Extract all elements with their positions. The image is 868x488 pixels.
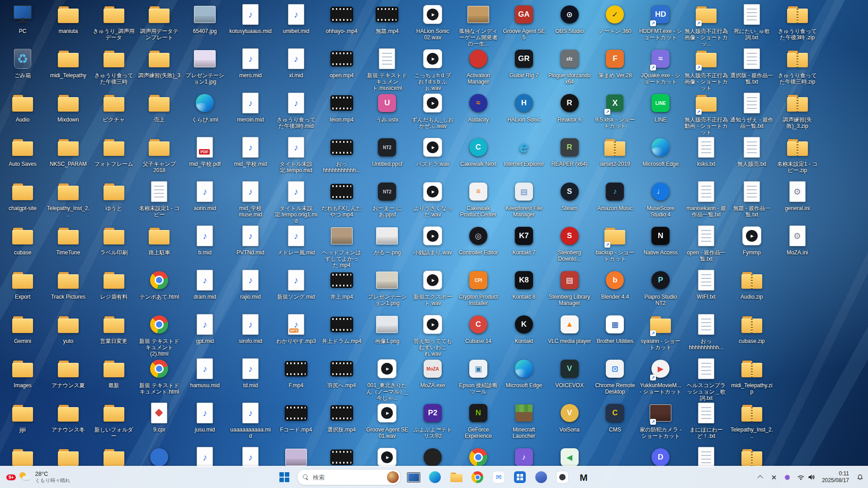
desktop-icon[interactable]: ►こっちょh d ヺ お f d s b ふぉ.wav	[410, 44, 455, 88]
desktop-icon[interactable]: ►001_東北きりたん（ノーマル）_今じゃ...	[364, 354, 410, 398]
desktop-icon[interactable]: アナウンス冬	[46, 399, 91, 442]
desktop-icon[interactable]: ►Groove Agent SE 01.wav	[364, 399, 410, 442]
desktop-icon[interactable]: open.mp4	[319, 44, 364, 88]
tray-close-icon[interactable]	[768, 468, 780, 486]
taskbar-mail-icon[interactable]: ✉	[490, 468, 508, 486]
desktop-icon[interactable]: 9.cpr	[137, 399, 182, 442]
desktop-icon[interactable]: K8Kontakt 8	[501, 266, 547, 309]
desktop-icon[interactable]: ⊙OBS Studio	[547, 0, 592, 43]
desktop-icon[interactable]: Telepathy_Inst_2...	[729, 399, 774, 442]
desktop-icon[interactable]: Audio	[0, 89, 45, 132]
desktop-icon[interactable]: VVOICEVOX	[547, 354, 592, 398]
desktop-icon[interactable]: ▤Keepforest File Manager	[501, 177, 547, 221]
desktop-icon[interactable]: ↗無人販売不正行為画像 - ショートカット	[684, 44, 729, 88]
taskbar-device-icon[interactable]	[405, 468, 423, 486]
desktop-icon[interactable]: ►ずんだもん_しおかぜふ.wav	[410, 89, 455, 132]
desktop-icon[interactable]: きゅうり_調声用データ	[91, 0, 137, 43]
desktop-icon[interactable]: ♪きゅうり食ってた午後3時.mid	[274, 89, 319, 132]
desktop-icon[interactable]: ♪MP3わかりやす.mp3	[274, 310, 319, 353]
desktop-icon[interactable]: ↗無人販売不正行為画像 - ショートカッ...	[684, 0, 729, 43]
desktop-icon[interactable]: おっhhhhhhhhhh...	[684, 310, 729, 353]
desktop-icon[interactable]: K7Kontakt 7	[501, 221, 547, 265]
desktop-icon[interactable]: RREAPER (x64)	[547, 133, 592, 176]
desktop-icon[interactable]: cubase	[0, 221, 45, 265]
tray-chevron-up-icon[interactable]	[754, 468, 767, 486]
start-button[interactable]	[275, 468, 293, 486]
desktop-icon[interactable]: Track Pictures	[46, 266, 91, 309]
desktop-icon[interactable]: くらび.xml	[182, 89, 227, 132]
desktop-icon[interactable]: 65407.jpg	[182, 0, 227, 43]
desktop-icon[interactable]: GRGuitar Rig 7	[501, 44, 547, 88]
desktop-icon[interactable]: chatgpt-site	[0, 177, 45, 221]
desktop-icon[interactable]: Minecraft Launcher	[501, 399, 547, 442]
desktop-icon[interactable]: X↗9.5.xlsx - ショートカット	[592, 89, 637, 132]
desktop-icon[interactable]: 選択版 - 親作品一覧.txt	[729, 44, 774, 88]
desktop-icon[interactable]: HD↗HDDFMT.exe - ショートカット	[638, 0, 683, 43]
desktop-icon[interactable]: CPICrypton Product Installer	[456, 266, 501, 309]
desktop-icon[interactable]: きゅうり食ってた午後3時 .zip	[775, 0, 820, 43]
desktop-icon[interactable]: ▲VLC media player	[547, 310, 592, 353]
desktop-icon[interactable]: おっhhhhhhhhhhh...	[319, 133, 364, 176]
desktop-icon[interactable]: Export	[0, 266, 45, 309]
desktop-icon[interactable]: Mixdown	[46, 89, 91, 132]
desktop-icon[interactable]: かるー.png	[364, 221, 410, 265]
desktop-icon[interactable]: Images	[0, 354, 45, 398]
desktop-icon[interactable]: MoZAMoZA.exe	[410, 354, 455, 398]
desktop-icon[interactable]: 売上	[137, 89, 182, 132]
desktop-icon[interactable]: airset2-2019	[592, 133, 637, 176]
desktop-icon[interactable]: HHALion Sonic	[501, 89, 547, 132]
taskbar-discord-icon[interactable]	[553, 468, 571, 486]
desktop-icon[interactable]: ♪PVTNd.mid	[228, 221, 273, 265]
desktop-icon[interactable]: Telepathy_Inst_2...	[46, 177, 91, 221]
desktop-icon[interactable]: きゅうり食ってた午後三時.zip	[775, 44, 820, 88]
desktop-icon[interactable]: VVoiSona	[547, 399, 592, 442]
desktop-icon[interactable]: ♪gpt.mid	[182, 310, 227, 353]
desktop-icon[interactable]: 父子キャンプ2018	[137, 133, 182, 176]
desktop-icon[interactable]: midi_Telepathy	[46, 44, 91, 88]
desktop-icon[interactable]: 無題 - 親作品一覧.txt	[729, 177, 774, 221]
desktop-icon[interactable]: manisekarin - 親作品一覧.txt	[684, 177, 729, 221]
desktop-icon[interactable]: ohhayo-.mp4	[319, 0, 364, 43]
desktop-icon[interactable]: 名称未設定1 - コピー.zip	[775, 133, 820, 176]
desktop-icon[interactable]: Microsoft Edge	[638, 133, 683, 176]
desktop-icon[interactable]: Fコード.mp4	[274, 399, 319, 442]
desktop-icon[interactable]: P2ぷよぷよ™テトリス®2	[410, 399, 455, 442]
desktop-icon[interactable]: ↗無人販売不正行為動画 - ショートカット	[684, 89, 729, 132]
desktop-icon[interactable]: ♪xl.mid	[274, 44, 319, 88]
desktop-icon[interactable]: ♪meroin.mid	[228, 89, 273, 132]
desktop-icon[interactable]: ▶↗YukkunMovieM... - ショートカット	[638, 354, 683, 398]
desktop-icon[interactable]: ♩MuseScore Studio 4	[638, 177, 683, 221]
desktop-icon[interactable]: ♪mid_学校muse.mid	[228, 177, 273, 221]
desktop-icon[interactable]: ♪Amazon Music	[592, 177, 637, 221]
desktop-icon[interactable]: NGeForce Experience	[456, 399, 501, 442]
desktop-icon[interactable]: プレゼンテーション1.png	[364, 266, 410, 309]
desktop-icon[interactable]: 死にたい_ゅ歌詞.txt	[729, 0, 774, 43]
tray-status-icon[interactable]	[781, 468, 794, 486]
desktop-icon[interactable]: ✓ノートン 360	[592, 0, 637, 43]
desktop-icon[interactable]: ラベル印刷	[91, 221, 137, 265]
desktop-icon[interactable]: maniuta	[46, 0, 91, 43]
search-daily-image[interactable]	[387, 471, 399, 483]
desktop-icon[interactable]: 羽尻へ.mp4	[319, 354, 364, 398]
desktop-icon[interactable]: open - 親作品一覧.txt	[684, 221, 729, 265]
taskbar-chrome-icon[interactable]	[468, 468, 486, 486]
desktop-icon[interactable]: ♪uaaaaaaaaaa.mid	[228, 399, 273, 442]
desktop-icon[interactable]: eInternet Explorer	[501, 133, 547, 176]
desktop-icon[interactable]: ♪dram.mid	[182, 266, 227, 309]
desktop-icon[interactable]: Microsoft Edge	[501, 354, 547, 398]
desktop-icon[interactable]: ♪kotusytuaaus.mid	[228, 0, 273, 43]
desktop-icon[interactable]: ヘルスコンプラッシュョン＿歌詞.txt	[684, 354, 729, 398]
weather-widget[interactable]: 9+ 28°C くもり時々晴れ	[2, 466, 75, 488]
desktop-icon[interactable]: PPiapro Studio NT2	[638, 266, 683, 309]
desktop-icon[interactable]: 名称未設定1 - コピー	[137, 177, 182, 221]
search-input[interactable]	[312, 474, 383, 481]
desktop-icon[interactable]: ♪新規ソング.mid	[274, 266, 319, 309]
desktop-icon[interactable]: ▤Steinberg Library Manager	[547, 266, 592, 309]
desktop-icon[interactable]: ↗家の防犯カメラ - ショートカット	[638, 399, 683, 442]
desktop-icon[interactable]: ◎Controller Editor	[456, 221, 501, 265]
desktop-icon[interactable]: ►パズドラ.wav	[410, 133, 455, 176]
desktop-icon[interactable]: テンポあて.html	[137, 266, 182, 309]
desktop-icon[interactable]: RReaktor 6	[547, 89, 592, 132]
desktop-icon[interactable]: Audio.zip	[729, 266, 774, 309]
desktop-icon[interactable]: ♪aorin.mid	[182, 177, 227, 221]
